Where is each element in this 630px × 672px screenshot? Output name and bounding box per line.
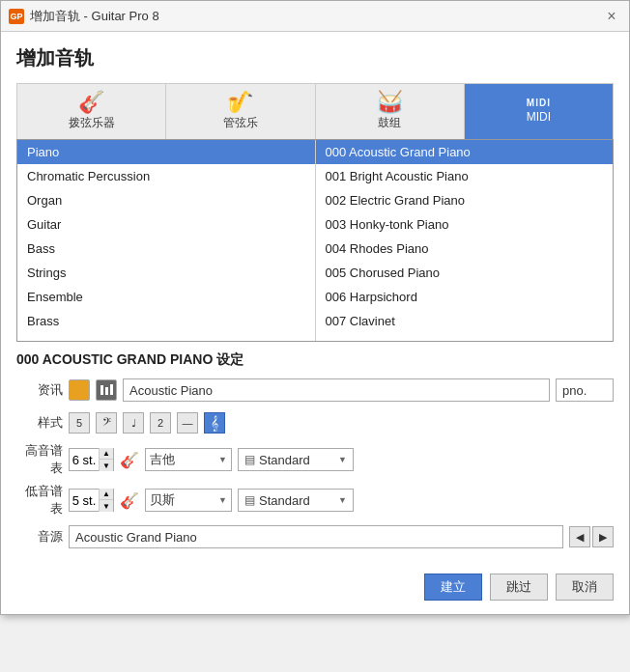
list-item[interactable]: 007 Clavinet [316, 309, 614, 333]
bass-spin-up[interactable]: ▲ [100, 489, 113, 500]
info-row: 资讯 [16, 377, 614, 404]
tab-midi[interactable]: MIDI MIDI [465, 84, 613, 139]
bass-instrument-arrow: ▼ [218, 495, 227, 505]
list-item[interactable]: Strings [17, 261, 315, 285]
sound-prev-button[interactable]: ◀ [569, 526, 590, 547]
sound-row: 音源 ◀ ▶ [16, 523, 614, 550]
treble-instrument-arrow: ▼ [218, 455, 227, 464]
tab-orchestral[interactable]: 🎷 管弦乐 [166, 84, 315, 139]
treble-standard-select[interactable]: ▤ Standard ▼ [238, 448, 354, 471]
footer: 建立 跳过 取消 [1, 564, 629, 614]
tab-plucked[interactable]: 🎸 拨弦乐器 [17, 84, 166, 139]
bass-spinbox-buttons: ▲ ▼ [99, 489, 113, 512]
treble-standard-arrow: ▼ [338, 455, 347, 464]
settings-section-title: 000 ACOUSTIC GRAND PIANO 设定 [16, 351, 614, 369]
sound-label: 音源 [16, 528, 63, 546]
skip-button[interactable]: 跳过 [490, 574, 548, 601]
app-logo: GP [9, 9, 24, 24]
tab-drums[interactable]: 🥁 鼓组 [316, 84, 465, 139]
color-swatch[interactable] [69, 379, 90, 401]
category-list: Piano Chromatic Percussion Organ Guitar … [17, 140, 316, 341]
tab-midi-label: MIDI [527, 110, 551, 124]
bass-spinbox[interactable]: 5 st. ▲ ▼ [69, 489, 114, 512]
title-bar: GP 增加音轨 - Guitar Pro 8 × [1, 1, 629, 32]
list-item[interactable]: Ensemble [17, 285, 315, 309]
treble-label: 高音谱表 [16, 442, 63, 477]
style-btn-5[interactable]: 5 [69, 412, 90, 434]
list-item[interactable]: Piano [17, 140, 315, 164]
list-item[interactable]: 003 Honky-tonk Piano [316, 212, 614, 237]
treble-instrument-text: 吉他 [150, 451, 215, 468]
style-btn-notation1[interactable]: 𝄢 [96, 412, 117, 434]
style-btn-notation3[interactable]: 2 [150, 412, 171, 434]
sound-name-input[interactable] [69, 525, 563, 548]
list-item[interactable]: 005 Chorused Piano [316, 261, 614, 285]
list-item[interactable]: 006 Harpsichord [316, 285, 614, 309]
guitar-icon: 🎸 [78, 92, 104, 113]
bass-standard-select[interactable]: ▤ Standard ▼ [238, 489, 354, 512]
settings-grid: 资讯 样式 5 𝄢 ♩ 2 — [16, 377, 614, 550]
treble-spin-down[interactable]: ▼ [100, 460, 113, 471]
short-name-input[interactable] [556, 378, 614, 402]
window-title: 增加音轨 - Guitar Pro 8 [30, 8, 602, 25]
list-item[interactable]: Organ [17, 188, 315, 212]
instrument-name-input[interactable] [123, 378, 550, 402]
bass-std-icon: ▤ [244, 493, 255, 507]
treble-spin-up[interactable]: ▲ [100, 448, 113, 460]
bass-instrument-text: 贝斯 [150, 491, 215, 509]
bass-spin-down[interactable]: ▼ [100, 500, 113, 512]
main-window: GP 增加音轨 - Guitar Pro 8 × 增加音轨 🎸 拨弦乐器 🎷 管… [0, 0, 630, 615]
tab-drums-label: 鼓组 [378, 115, 401, 131]
list-area: Piano Chromatic Percussion Organ Guitar … [16, 139, 614, 342]
svg-rect-0 [100, 385, 103, 395]
tab-bar: 🎸 拨弦乐器 🎷 管弦乐 🥁 鼓组 MIDI MIDI [16, 83, 614, 139]
list-item[interactable]: Brass [17, 309, 315, 333]
tab-orchestral-label: 管弦乐 [223, 115, 258, 131]
svg-rect-1 [105, 387, 108, 395]
tab-plucked-label: 拨弦乐器 [69, 115, 115, 131]
midi-icon: MIDI [527, 98, 551, 108]
sound-nav: ◀ ▶ [569, 526, 614, 547]
treble-guitar-icon: 🎸 [120, 451, 139, 469]
treble-spinbox[interactable]: 6 st. ▲ ▼ [69, 448, 114, 471]
bass-row: 低音谱表 5 st. ▲ ▼ 🎸 贝斯 ▼ ▤ Standard ▼ [16, 483, 614, 518]
sound-next-button[interactable]: ▶ [592, 526, 614, 547]
list-item[interactable]: 002 Electric Grand Piano [316, 188, 614, 212]
create-button[interactable]: 建立 [424, 574, 482, 601]
list-item[interactable]: 001 Bright Acoustic Piano [316, 164, 614, 188]
bass-instrument-select[interactable]: 贝斯 ▼ [145, 489, 232, 512]
content-area: 增加音轨 🎸 拨弦乐器 🎷 管弦乐 🥁 鼓组 MIDI MIDI [1, 32, 629, 564]
cancel-button[interactable]: 取消 [556, 574, 614, 601]
bass-guitar-icon: 🎸 [120, 491, 139, 510]
treble-strings-value: 6 st. [70, 453, 99, 467]
list-item[interactable]: Reed [17, 333, 315, 341]
page-title: 增加音轨 [16, 45, 614, 71]
bass-standard-text: Standard [259, 493, 338, 508]
treble-spinbox-buttons: ▲ ▼ [99, 448, 113, 471]
info-label: 资讯 [16, 381, 63, 399]
bass-strings-value: 5 st. [70, 493, 99, 508]
list-item[interactable]: Chromatic Percussion [17, 164, 315, 188]
style-btn-treble[interactable]: 𝄞 [204, 412, 225, 434]
list-item[interactable]: Bass [17, 237, 315, 261]
channel-icon[interactable] [96, 379, 117, 401]
style-label: 样式 [16, 414, 63, 432]
treble-std-icon: ▤ [244, 453, 255, 466]
svg-rect-2 [110, 384, 113, 395]
treble-instrument-select[interactable]: 吉他 ▼ [145, 448, 232, 471]
drums-icon: 🥁 [377, 92, 403, 113]
close-button[interactable]: × [602, 7, 621, 26]
bass-label: 低音谱表 [16, 483, 63, 518]
sax-icon: 🎷 [227, 92, 253, 113]
bass-standard-arrow: ▼ [338, 495, 347, 505]
style-btn-dash[interactable]: — [177, 412, 198, 434]
instrument-list: 000 Acoustic Grand Piano 001 Bright Acou… [316, 140, 614, 341]
list-item[interactable]: Guitar [17, 212, 315, 237]
style-row: 样式 5 𝄢 ♩ 2 — 𝄞 [16, 409, 614, 436]
treble-row: 高音谱表 6 st. ▲ ▼ 🎸 吉他 ▼ ▤ Standard ▼ [16, 442, 614, 477]
treble-standard-text: Standard [259, 453, 338, 467]
list-item[interactable]: 000 Acoustic Grand Piano [316, 140, 614, 164]
list-item[interactable]: 004 Rhodes Piano [316, 237, 614, 261]
style-btn-notation2[interactable]: ♩ [123, 412, 144, 434]
